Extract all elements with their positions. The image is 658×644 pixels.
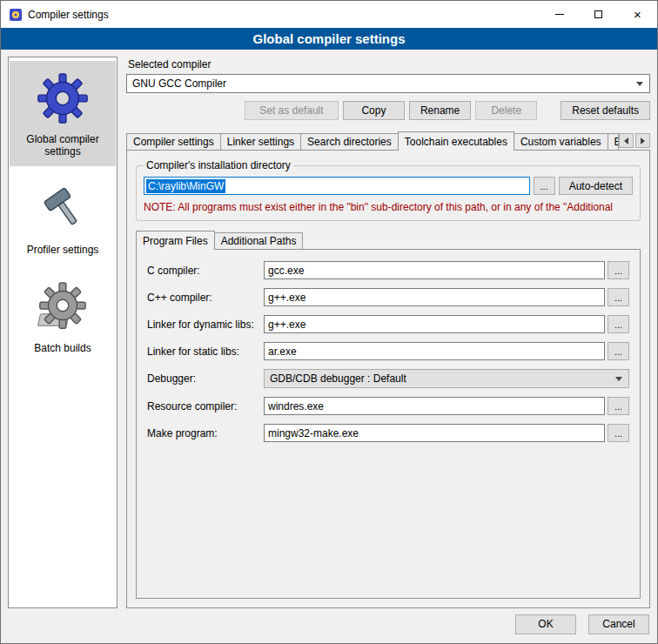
- maximize-icon: [594, 10, 602, 18]
- dynamic-linker-label: Linker for dynamic libs:: [147, 319, 264, 331]
- programs-tabbar: Program Files Additional Paths: [136, 231, 641, 249]
- browse-directory-button[interactable]: ...: [534, 177, 555, 195]
- ok-button[interactable]: OK: [515, 614, 576, 634]
- gray-gear-icon: [36, 280, 90, 334]
- sidebar-item-batch-builds[interactable]: Batch builds: [10, 270, 116, 363]
- static-linker-input[interactable]: ar.exe: [264, 342, 605, 360]
- tab-search-directories[interactable]: Search directories: [300, 133, 399, 150]
- selected-compiler-label: Selected compiler: [128, 58, 650, 70]
- blue-gear-icon: [36, 71, 90, 125]
- sidebar-item-label: Batch builds: [34, 342, 91, 354]
- program-files-panel: C compiler: gcc.exe ... C++ compiler: g+…: [136, 249, 641, 599]
- tab-toolchain-executables[interactable]: Toolchain executables: [398, 131, 514, 151]
- selected-text: C:\raylib\MinGW: [146, 179, 225, 193]
- note-text: NOTE: All programs must exist either in …: [144, 201, 633, 213]
- browse-cpp-compiler-button[interactable]: ...: [608, 288, 629, 306]
- set-as-default-button: Set as default: [245, 101, 339, 120]
- sidebar-item-global-compiler-settings[interactable]: Global compiler settings: [10, 61, 116, 166]
- sidebar-item-label: Profiler settings: [27, 244, 99, 256]
- cancel-button[interactable]: Cancel: [588, 614, 649, 634]
- tab-scroll-left-button[interactable]: [619, 133, 634, 148]
- arrow-right-icon: [641, 138, 645, 144]
- resource-compiler-label: Resource compiler:: [147, 400, 264, 413]
- copy-button[interactable]: Copy: [343, 101, 405, 120]
- make-program-input[interactable]: mingw32-make.exe: [264, 424, 605, 442]
- compiler-actions: Set as default Copy Rename Delete Reset …: [126, 101, 650, 120]
- maximize-button[interactable]: [579, 1, 618, 28]
- close-button[interactable]: ×: [618, 1, 657, 28]
- resource-compiler-input[interactable]: windres.exe: [264, 397, 605, 415]
- make-program-label: Make program:: [147, 427, 264, 439]
- tab-linker-settings[interactable]: Linker settings: [220, 133, 301, 150]
- tab-program-files[interactable]: Program Files: [136, 231, 215, 250]
- selected-compiler-select[interactable]: GNU GCC Compiler: [126, 74, 650, 93]
- page-title: Global compiler settings: [1, 28, 657, 50]
- hammer-icon: [36, 182, 90, 236]
- installation-directory-legend: Compiler's installation directory: [144, 159, 293, 171]
- sidebar-item-profiler-settings[interactable]: Profiler settings: [10, 171, 116, 265]
- debugger-select[interactable]: GDB/CDB debugger : Default: [264, 369, 629, 388]
- field-row: Linker for static libs: ar.exe ...: [147, 342, 629, 360]
- tab-scroll-right-button[interactable]: [635, 133, 650, 148]
- cpp-compiler-input[interactable]: g++.exe: [264, 288, 605, 306]
- c-compiler-input[interactable]: gcc.exe: [264, 261, 605, 279]
- cpp-compiler-label: C++ compiler:: [147, 292, 264, 304]
- dynamic-linker-input[interactable]: g++.exe: [264, 315, 605, 333]
- minimize-icon: [555, 14, 564, 15]
- browse-static-linker-button[interactable]: ...: [608, 342, 629, 360]
- dialog-footer: OK Cancel: [1, 608, 657, 643]
- arrow-left-icon: [624, 138, 628, 144]
- c-compiler-label: C compiler:: [147, 265, 264, 277]
- browse-dynamic-linker-button[interactable]: ...: [608, 315, 629, 333]
- close-icon: ×: [634, 8, 641, 21]
- installation-directory-group: Compiler's installation directory C:\ray…: [136, 159, 641, 221]
- auto-detect-button[interactable]: Auto-detect: [559, 177, 633, 195]
- field-row: C compiler: gcc.exe ...: [147, 261, 629, 279]
- reset-defaults-button[interactable]: Reset defaults: [561, 101, 650, 120]
- titlebar: Compiler settings ×: [1, 1, 657, 28]
- installation-directory-input[interactable]: C:\raylib\MinGW: [144, 177, 530, 195]
- rename-button[interactable]: Rename: [409, 101, 471, 120]
- field-row: Make program: mingw32-make.exe ...: [147, 424, 629, 442]
- tab-custom-variables[interactable]: Custom variables: [514, 133, 608, 150]
- settings-sidebar: Global compiler settings Profiler settin…: [8, 57, 118, 608]
- settings-tabbar: Compiler settings Linker settings Search…: [126, 131, 650, 150]
- field-row: C++ compiler: g++.exe ...: [147, 288, 629, 306]
- tab-additional-paths[interactable]: Additional Paths: [214, 232, 304, 249]
- window-title: Compiler settings: [28, 9, 540, 21]
- browse-make-program-button[interactable]: ...: [608, 424, 629, 442]
- chevron-down-icon: [615, 377, 622, 381]
- sidebar-item-label: Global compiler settings: [13, 133, 112, 158]
- field-row: Linker for dynamic libs: g++.exe ...: [147, 315, 629, 333]
- tab-compiler-settings[interactable]: Compiler settings: [126, 133, 221, 150]
- delete-button: Delete: [475, 101, 537, 120]
- field-row: Resource compiler: windres.exe ...: [147, 397, 629, 415]
- tab-build-options[interactable]: Buil: [608, 133, 619, 150]
- debugger-label: Debugger:: [147, 372, 264, 385]
- static-linker-label: Linker for static libs:: [147, 345, 264, 358]
- toolchain-executables-panel: Compiler's installation directory C:\ray…: [126, 150, 650, 608]
- field-row: Debugger: GDB/CDB debugger : Default: [147, 369, 629, 388]
- chevron-down-icon: [636, 82, 643, 86]
- app-icon: [9, 8, 23, 22]
- browse-resource-compiler-button[interactable]: ...: [608, 397, 629, 415]
- browse-c-compiler-button[interactable]: ...: [608, 261, 629, 279]
- minimize-button[interactable]: [540, 1, 579, 28]
- compiler-settings-window: Compiler settings × Global compiler sett…: [0, 0, 658, 644]
